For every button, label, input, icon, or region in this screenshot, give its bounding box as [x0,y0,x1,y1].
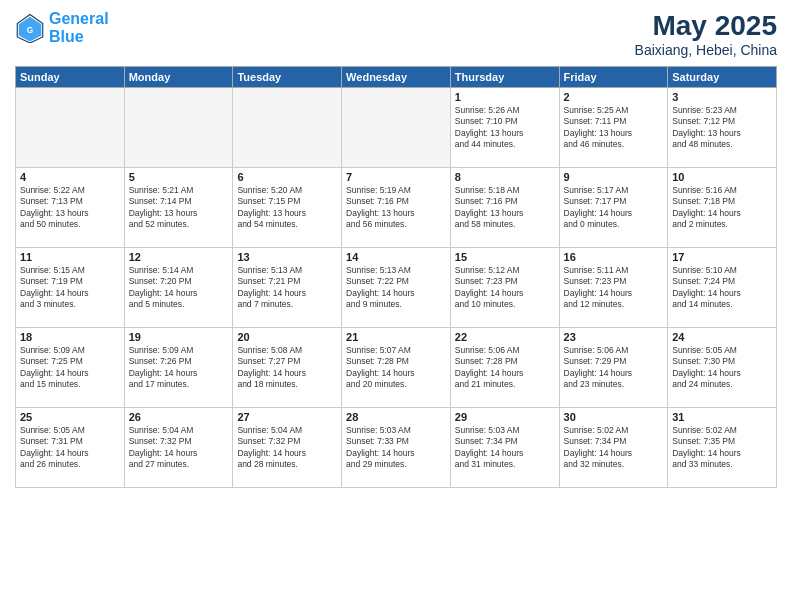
calendar-cell-2-1: 12Sunrise: 5:14 AMSunset: 7:20 PMDayligh… [124,248,233,328]
day-number: 14 [346,251,446,263]
day-info: Sunrise: 5:13 AMSunset: 7:22 PMDaylight:… [346,265,446,311]
calendar-cell-0-1 [124,88,233,168]
calendar-cell-4-0: 25Sunrise: 5:05 AMSunset: 7:31 PMDayligh… [16,408,125,488]
day-number: 26 [129,411,229,423]
day-number: 22 [455,331,555,343]
calendar-cell-1-5: 9Sunrise: 5:17 AMSunset: 7:17 PMDaylight… [559,168,668,248]
week-row-2: 4Sunrise: 5:22 AMSunset: 7:13 PMDaylight… [16,168,777,248]
day-number: 10 [672,171,772,183]
day-info: Sunrise: 5:19 AMSunset: 7:16 PMDaylight:… [346,185,446,231]
day-number: 16 [564,251,664,263]
title-block: May 2025 Baixiang, Hebei, China [635,10,777,58]
day-info: Sunrise: 5:06 AMSunset: 7:29 PMDaylight:… [564,345,664,391]
day-number: 2 [564,91,664,103]
day-number: 30 [564,411,664,423]
calendar-cell-0-5: 2Sunrise: 5:25 AMSunset: 7:11 PMDaylight… [559,88,668,168]
day-info: Sunrise: 5:05 AMSunset: 7:30 PMDaylight:… [672,345,772,391]
header-tuesday: Tuesday [233,67,342,88]
header-friday: Friday [559,67,668,88]
calendar-cell-4-2: 27Sunrise: 5:04 AMSunset: 7:32 PMDayligh… [233,408,342,488]
svg-text:G: G [27,25,33,34]
calendar-cell-2-3: 14Sunrise: 5:13 AMSunset: 7:22 PMDayligh… [342,248,451,328]
calendar-subtitle: Baixiang, Hebei, China [635,42,777,58]
calendar-cell-4-4: 29Sunrise: 5:03 AMSunset: 7:34 PMDayligh… [450,408,559,488]
day-number: 12 [129,251,229,263]
week-row-5: 25Sunrise: 5:05 AMSunset: 7:31 PMDayligh… [16,408,777,488]
calendar-cell-2-6: 17Sunrise: 5:10 AMSunset: 7:24 PMDayligh… [668,248,777,328]
calendar-cell-3-4: 22Sunrise: 5:06 AMSunset: 7:28 PMDayligh… [450,328,559,408]
day-info: Sunrise: 5:21 AMSunset: 7:14 PMDaylight:… [129,185,229,231]
page: G General Blue May 2025 Baixiang, Hebei,… [0,0,792,612]
header-wednesday: Wednesday [342,67,451,88]
calendar-cell-2-2: 13Sunrise: 5:13 AMSunset: 7:21 PMDayligh… [233,248,342,328]
day-number: 28 [346,411,446,423]
day-info: Sunrise: 5:20 AMSunset: 7:15 PMDaylight:… [237,185,337,231]
header: G General Blue May 2025 Baixiang, Hebei,… [15,10,777,58]
day-info: Sunrise: 5:14 AMSunset: 7:20 PMDaylight:… [129,265,229,311]
calendar-cell-1-0: 4Sunrise: 5:22 AMSunset: 7:13 PMDaylight… [16,168,125,248]
day-info: Sunrise: 5:12 AMSunset: 7:23 PMDaylight:… [455,265,555,311]
calendar-cell-1-4: 8Sunrise: 5:18 AMSunset: 7:16 PMDaylight… [450,168,559,248]
day-number: 23 [564,331,664,343]
day-info: Sunrise: 5:05 AMSunset: 7:31 PMDaylight:… [20,425,120,471]
day-info: Sunrise: 5:02 AMSunset: 7:34 PMDaylight:… [564,425,664,471]
day-number: 15 [455,251,555,263]
logo-text: General Blue [49,10,109,45]
calendar-cell-2-4: 15Sunrise: 5:12 AMSunset: 7:23 PMDayligh… [450,248,559,328]
day-number: 6 [237,171,337,183]
day-number: 21 [346,331,446,343]
day-info: Sunrise: 5:11 AMSunset: 7:23 PMDaylight:… [564,265,664,311]
header-sunday: Sunday [16,67,125,88]
calendar-cell-0-4: 1Sunrise: 5:26 AMSunset: 7:10 PMDaylight… [450,88,559,168]
day-number: 25 [20,411,120,423]
calendar-title: May 2025 [635,10,777,42]
day-info: Sunrise: 5:04 AMSunset: 7:32 PMDaylight:… [237,425,337,471]
day-number: 13 [237,251,337,263]
day-info: Sunrise: 5:08 AMSunset: 7:27 PMDaylight:… [237,345,337,391]
day-info: Sunrise: 5:06 AMSunset: 7:28 PMDaylight:… [455,345,555,391]
day-number: 18 [20,331,120,343]
day-number: 3 [672,91,772,103]
week-row-4: 18Sunrise: 5:09 AMSunset: 7:25 PMDayligh… [16,328,777,408]
day-number: 9 [564,171,664,183]
day-info: Sunrise: 5:25 AMSunset: 7:11 PMDaylight:… [564,105,664,151]
calendar-cell-3-1: 19Sunrise: 5:09 AMSunset: 7:26 PMDayligh… [124,328,233,408]
day-info: Sunrise: 5:09 AMSunset: 7:25 PMDaylight:… [20,345,120,391]
day-number: 29 [455,411,555,423]
day-number: 27 [237,411,337,423]
day-number: 17 [672,251,772,263]
calendar-cell-0-6: 3Sunrise: 5:23 AMSunset: 7:12 PMDaylight… [668,88,777,168]
calendar-cell-1-2: 6Sunrise: 5:20 AMSunset: 7:15 PMDaylight… [233,168,342,248]
calendar-table: Sunday Monday Tuesday Wednesday Thursday… [15,66,777,488]
logo-icon: G [15,13,45,43]
day-info: Sunrise: 5:13 AMSunset: 7:21 PMDaylight:… [237,265,337,311]
day-number: 1 [455,91,555,103]
calendar-cell-3-5: 23Sunrise: 5:06 AMSunset: 7:29 PMDayligh… [559,328,668,408]
calendar-cell-3-0: 18Sunrise: 5:09 AMSunset: 7:25 PMDayligh… [16,328,125,408]
day-info: Sunrise: 5:23 AMSunset: 7:12 PMDaylight:… [672,105,772,151]
calendar-cell-4-5: 30Sunrise: 5:02 AMSunset: 7:34 PMDayligh… [559,408,668,488]
calendar-cell-3-3: 21Sunrise: 5:07 AMSunset: 7:28 PMDayligh… [342,328,451,408]
day-number: 8 [455,171,555,183]
logo: G General Blue [15,10,109,45]
day-info: Sunrise: 5:09 AMSunset: 7:26 PMDaylight:… [129,345,229,391]
week-row-1: 1Sunrise: 5:26 AMSunset: 7:10 PMDaylight… [16,88,777,168]
calendar-cell-1-6: 10Sunrise: 5:16 AMSunset: 7:18 PMDayligh… [668,168,777,248]
calendar-cell-3-2: 20Sunrise: 5:08 AMSunset: 7:27 PMDayligh… [233,328,342,408]
day-number: 5 [129,171,229,183]
calendar-cell-1-1: 5Sunrise: 5:21 AMSunset: 7:14 PMDaylight… [124,168,233,248]
day-info: Sunrise: 5:03 AMSunset: 7:33 PMDaylight:… [346,425,446,471]
day-info: Sunrise: 5:03 AMSunset: 7:34 PMDaylight:… [455,425,555,471]
day-info: Sunrise: 5:16 AMSunset: 7:18 PMDaylight:… [672,185,772,231]
calendar-cell-4-6: 31Sunrise: 5:02 AMSunset: 7:35 PMDayligh… [668,408,777,488]
day-info: Sunrise: 5:26 AMSunset: 7:10 PMDaylight:… [455,105,555,151]
calendar-cell-2-5: 16Sunrise: 5:11 AMSunset: 7:23 PMDayligh… [559,248,668,328]
calendar-cell-0-3 [342,88,451,168]
day-info: Sunrise: 5:04 AMSunset: 7:32 PMDaylight:… [129,425,229,471]
weekday-header-row: Sunday Monday Tuesday Wednesday Thursday… [16,67,777,88]
calendar-cell-3-6: 24Sunrise: 5:05 AMSunset: 7:30 PMDayligh… [668,328,777,408]
header-monday: Monday [124,67,233,88]
day-info: Sunrise: 5:22 AMSunset: 7:13 PMDaylight:… [20,185,120,231]
day-number: 24 [672,331,772,343]
day-info: Sunrise: 5:07 AMSunset: 7:28 PMDaylight:… [346,345,446,391]
